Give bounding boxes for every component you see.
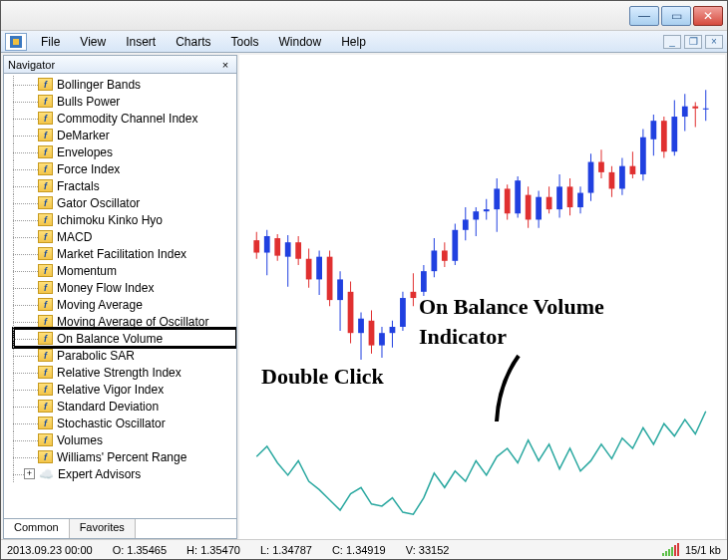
indicator-label: Relative Strength Index	[57, 366, 182, 380]
indicator-item[interactable]: fStochastic Oscillator	[10, 415, 236, 431]
indicator-item[interactable]: fRelative Strength Index	[10, 364, 236, 381]
close-button[interactable]: ✕	[693, 6, 723, 26]
indicator-item[interactable]: fMoving Average of Oscillator	[10, 313, 236, 330]
menu-help[interactable]: Help	[331, 33, 376, 51]
svg-rect-17	[337, 279, 343, 300]
indicator-item[interactable]: fBulls Power	[10, 93, 236, 110]
advisor-icon: ☁️	[39, 467, 54, 481]
indicator-label: MACD	[57, 230, 92, 244]
indicator-item[interactable]: fMarket Facilitation Index	[10, 245, 236, 262]
indicator-label: Relative Vigor Index	[57, 383, 164, 397]
indicator-icon: f	[38, 264, 53, 277]
svg-rect-79	[661, 121, 667, 151]
indicator-item[interactable]: fOn Balance Volume	[10, 330, 236, 347]
indicator-item[interactable]: fWilliams' Percent Range	[10, 448, 236, 465]
indicator-label: Bulls Power	[57, 95, 120, 109]
svg-rect-25	[379, 333, 385, 345]
menu-file[interactable]: File	[31, 33, 70, 51]
indicator-item[interactable]: fStandard Deviation	[10, 398, 236, 415]
svg-rect-33	[421, 271, 427, 292]
svg-rect-49	[505, 188, 511, 213]
indicator-icon: f	[38, 450, 53, 463]
tab-common[interactable]: Common	[4, 519, 70, 538]
navigator-close-icon[interactable]: ×	[218, 58, 232, 72]
indicator-icon: f	[38, 315, 53, 328]
menu-bar: FileViewInsertChartsToolsWindowHelp _ ❐ …	[1, 31, 727, 53]
indicator-item[interactable]: fVolumes	[10, 431, 236, 448]
indicator-label: Stochastic Oscillator	[57, 417, 166, 430]
svg-rect-11	[306, 259, 312, 280]
indicator-item[interactable]: fMomentum	[10, 262, 236, 279]
svg-rect-9	[295, 242, 301, 259]
indicator-icon: f	[38, 247, 53, 260]
chart-svg	[239, 55, 725, 539]
svg-rect-39	[452, 230, 458, 261]
indicator-icon: f	[38, 417, 53, 429]
svg-rect-15	[327, 257, 333, 300]
indicator-icon: f	[38, 196, 53, 209]
svg-rect-47	[494, 188, 500, 209]
menu-view[interactable]: View	[70, 33, 116, 51]
navigator-tree[interactable]: fBollinger BandsfBulls PowerfCommodity C…	[4, 74, 236, 518]
indicator-item[interactable]: fRelative Vigor Index	[10, 381, 236, 398]
mdi-minimize-button[interactable]: _	[663, 35, 681, 49]
svg-rect-13	[316, 257, 322, 280]
menu-window[interactable]: Window	[269, 33, 332, 51]
indicator-item[interactable]: fMACD	[10, 228, 236, 245]
indicator-item[interactable]: fForce Index	[10, 160, 236, 177]
indicator-label: DeMarker	[57, 129, 110, 142]
expand-icon[interactable]: +	[24, 468, 35, 479]
tab-favorites[interactable]: Favorites	[70, 519, 136, 538]
maximize-button[interactable]: ▭	[661, 6, 691, 26]
svg-rect-45	[484, 209, 490, 211]
menu-tools[interactable]: Tools	[221, 33, 269, 51]
indicator-item[interactable]: fDeMarker	[10, 127, 236, 143]
indicator-item[interactable]: fMoney Flow Index	[10, 279, 236, 296]
indicator-item[interactable]: fIchimoku Kinko Hyo	[10, 211, 236, 228]
indicator-item[interactable]: fMoving Average	[10, 296, 236, 313]
indicator-label: Money Flow Index	[57, 281, 154, 295]
status-close: C: 1.34919	[332, 544, 386, 556]
svg-rect-31	[411, 292, 417, 298]
indicator-icon: f	[38, 281, 53, 294]
menu-charts[interactable]: Charts	[166, 33, 220, 51]
svg-rect-87	[703, 109, 709, 110]
indicator-item[interactable]: fFractals	[10, 177, 236, 194]
indicator-icon: f	[38, 400, 53, 413]
minimize-button[interactable]: —	[629, 6, 659, 26]
indicator-label: Force Index	[57, 162, 120, 176]
chart-area[interactable]: Double Click On Balance Volume Indicator	[239, 55, 725, 539]
indicator-item[interactable]: fParabolic SAR	[10, 347, 236, 364]
svg-rect-35	[431, 250, 437, 271]
svg-rect-23	[369, 321, 375, 346]
menu-insert[interactable]: Insert	[116, 33, 166, 51]
indicator-item[interactable]: fEnvelopes	[10, 143, 236, 160]
expert-advisors-node[interactable]: +☁️Expert Advisors	[10, 465, 236, 482]
indicator-icon: f	[38, 433, 53, 446]
expert-advisors-label: Expert Advisors	[58, 467, 141, 481]
indicator-item[interactable]: fCommodity Channel Index	[10, 110, 236, 127]
svg-rect-5	[274, 238, 280, 256]
window: — ▭ ✕ FileViewInsertChartsToolsWindowHel…	[0, 0, 728, 560]
indicator-item[interactable]: fGator Oscillator	[10, 194, 236, 211]
svg-rect-27	[390, 327, 396, 333]
indicator-icon: f	[38, 230, 53, 243]
navigator-title: Navigator	[8, 59, 55, 71]
svg-rect-21	[358, 319, 364, 333]
svg-rect-75	[640, 138, 646, 174]
indicator-label: Standard Deviation	[57, 400, 159, 414]
indicator-label: Volumes	[57, 433, 103, 447]
indicator-item[interactable]: fBollinger Bands	[10, 76, 236, 93]
svg-rect-51	[515, 180, 521, 213]
mdi-restore-button[interactable]: ❐	[684, 35, 702, 49]
svg-rect-71	[619, 166, 625, 189]
svg-rect-67	[598, 162, 604, 172]
indicator-label: Ichimoku Kinko Hyo	[57, 213, 163, 227]
indicator-label: Bollinger Bands	[57, 78, 141, 92]
mdi-close-button[interactable]: ×	[705, 35, 723, 49]
indicator-label: Commodity Channel Index	[57, 112, 197, 126]
navigator-header: Navigator ×	[4, 56, 236, 74]
svg-rect-61	[567, 186, 573, 207]
indicator-label: Envelopes	[57, 145, 113, 159]
svg-rect-3	[264, 236, 270, 253]
